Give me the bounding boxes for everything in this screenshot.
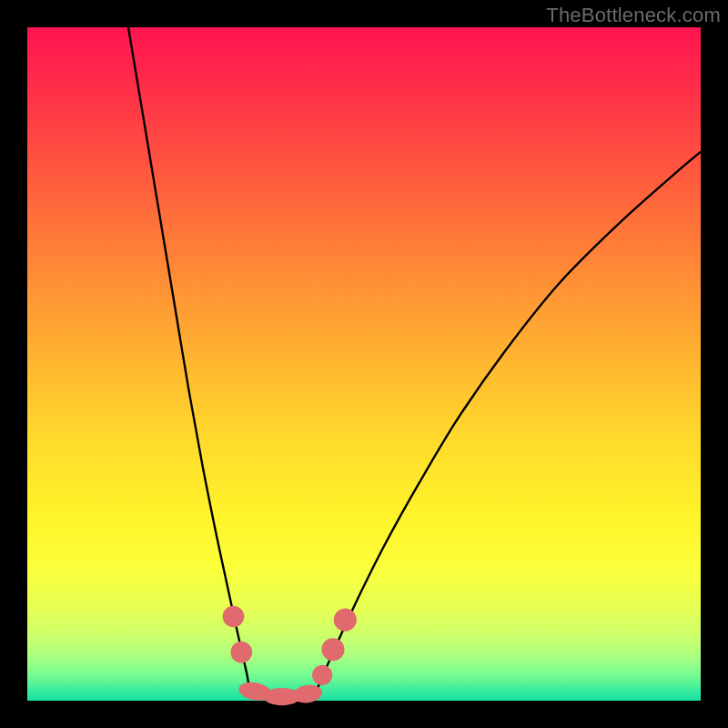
bottleneck-path [128, 27, 701, 700]
plot-area [27, 27, 701, 701]
curve-marker [308, 661, 337, 689]
curve-markers [218, 602, 360, 705]
bottleneck-curve [128, 27, 701, 700]
watermark-label: TheBottleneck.com [546, 4, 721, 27]
curve-layer [27, 27, 701, 701]
curve-marker [318, 633, 349, 665]
chart-frame: TheBottleneck.com [0, 0, 728, 728]
curve-marker [329, 604, 361, 636]
curve-marker [218, 602, 248, 631]
curve-marker [227, 638, 256, 667]
